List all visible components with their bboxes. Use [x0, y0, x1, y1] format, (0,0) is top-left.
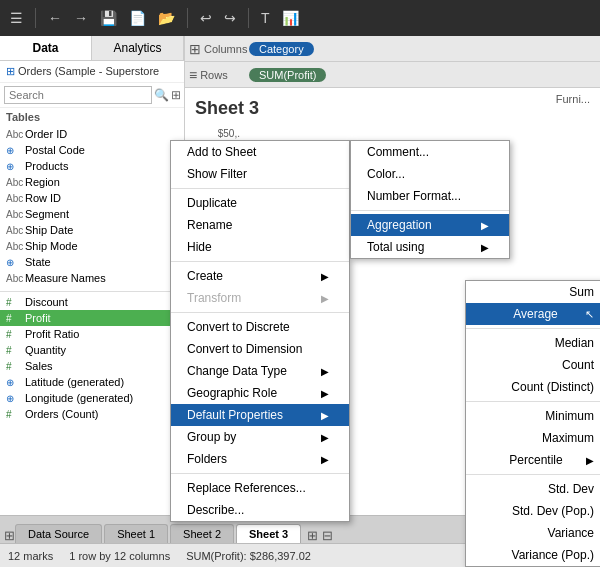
- submenu2-item-std.-dev-pop.-[interactable]: Std. Dev (Pop.): [466, 500, 600, 522]
- radio-indicator: [478, 434, 486, 442]
- submenu2-item-label: Minimum: [545, 409, 594, 423]
- menu-item-label: Describe...: [187, 503, 244, 517]
- submenu2-item-label: Median: [555, 336, 594, 350]
- submenu2-item-label: Variance: [548, 526, 594, 540]
- radio-indicator: [478, 529, 486, 537]
- radio-indicator: [478, 383, 486, 391]
- radio-indicator: [478, 507, 486, 515]
- submenu1-arrow-icon: ▶: [481, 220, 489, 231]
- menu-item-convert-to-dimension[interactable]: Convert to Dimension: [171, 338, 349, 360]
- submenu2-item-label: Maximum: [542, 431, 594, 445]
- menu-arrow-icon: ▶: [321, 293, 329, 304]
- submenu2-item-percentile[interactable]: Percentile▶: [466, 449, 600, 471]
- radio-indicator: [478, 339, 486, 347]
- submenu2-item-maximum[interactable]: Maximum: [466, 427, 600, 449]
- menu-sep-2: [171, 188, 349, 189]
- submenu1-item-total-using[interactable]: Total using▶: [351, 236, 509, 258]
- submenu2-item-label: Std. Dev (Pop.): [512, 504, 594, 518]
- menu-item-change-data-type[interactable]: Change Data Type▶: [171, 360, 349, 382]
- submenu-default-props: Comment...Color...Number Format...Aggreg…: [350, 140, 510, 259]
- submenu2-item-variance-pop.-[interactable]: Variance (Pop.): [466, 544, 600, 566]
- submenu1-arrow-icon: ▶: [481, 242, 489, 253]
- radio-indicator: [478, 456, 486, 464]
- menu-arrow-icon: ▶: [321, 432, 329, 443]
- menu-arrow-icon: ▶: [321, 454, 329, 465]
- submenu-aggregation: SumAverage ↖MedianCountCount (Distinct)M…: [465, 280, 600, 567]
- menu-arrow-icon: ▶: [321, 410, 329, 421]
- submenu2-item-label: Std. Dev: [548, 482, 594, 496]
- submenu1-sep-3: [351, 210, 509, 211]
- menu-item-label: Convert to Dimension: [187, 342, 302, 356]
- submenu1-item-label: Comment...: [367, 145, 429, 159]
- menu-item-duplicate[interactable]: Duplicate: [171, 192, 349, 214]
- menu-item-rename[interactable]: Rename: [171, 214, 349, 236]
- submenu2-sep-6: [466, 401, 600, 402]
- menu-arrow-icon: ▶: [321, 366, 329, 377]
- submenu1-item-label: Number Format...: [367, 189, 461, 203]
- menu-item-label: Hide: [187, 240, 212, 254]
- menu-item-label: Replace References...: [187, 481, 306, 495]
- submenu1-item-label: Color...: [367, 167, 405, 181]
- submenu2-item-median[interactable]: Median: [466, 332, 600, 354]
- menu-item-label: Add to Sheet: [187, 145, 256, 159]
- menu-item-group-by[interactable]: Group by▶: [171, 426, 349, 448]
- radio-indicator: [478, 361, 486, 369]
- context-menu: Add to SheetShow FilterDuplicateRenameHi…: [170, 140, 350, 522]
- radio-indicator: [478, 288, 486, 296]
- submenu2-item-average[interactable]: Average ↖: [466, 303, 600, 325]
- radio-indicator: [478, 310, 486, 318]
- menu-item-default-properties[interactable]: Default Properties▶: [171, 404, 349, 426]
- submenu2-item-variance[interactable]: Variance: [466, 522, 600, 544]
- radio-indicator: [478, 551, 486, 559]
- submenu1-item-color[interactable]: Color...: [351, 163, 509, 185]
- submenu2-item-count[interactable]: Count: [466, 354, 600, 376]
- menu-overlay: Add to SheetShow FilterDuplicateRenameHi…: [0, 0, 600, 567]
- menu-item-describe[interactable]: Describe...: [171, 499, 349, 521]
- submenu1-item-number-format[interactable]: Number Format...: [351, 185, 509, 207]
- cursor-icon: ↖: [585, 308, 594, 321]
- submenu2-item-count-distinct-[interactable]: Count (Distinct): [466, 376, 600, 398]
- menu-item-transform: Transform▶: [171, 287, 349, 309]
- menu-item-label: Change Data Type: [187, 364, 287, 378]
- menu-item-geographic-role[interactable]: Geographic Role▶: [171, 382, 349, 404]
- menu-item-add-to-sheet[interactable]: Add to Sheet: [171, 141, 349, 163]
- submenu2-item-label: Average: [513, 307, 557, 321]
- submenu2-item-label: Count (Distinct): [511, 380, 594, 394]
- submenu2-item-std.-dev[interactable]: Std. Dev: [466, 478, 600, 500]
- submenu2-item-label: Percentile: [509, 453, 562, 467]
- menu-arrow-icon: ▶: [321, 271, 329, 282]
- menu-item-label: Duplicate: [187, 196, 237, 210]
- radio-indicator: [478, 412, 486, 420]
- menu-item-label: Folders: [187, 452, 227, 466]
- menu-item-hide[interactable]: Hide: [171, 236, 349, 258]
- submenu2-item-label: Variance (Pop.): [512, 548, 594, 562]
- submenu2-item-sum[interactable]: Sum: [466, 281, 600, 303]
- submenu1-item-label: Aggregation: [367, 218, 432, 232]
- submenu2-item-label: Sum: [569, 285, 594, 299]
- menu-item-folders[interactable]: Folders▶: [171, 448, 349, 470]
- submenu2-arrow-icon: ▶: [586, 455, 594, 466]
- menu-sep-6: [171, 261, 349, 262]
- submenu1-item-comment[interactable]: Comment...: [351, 141, 509, 163]
- menu-item-convert-to-discrete[interactable]: Convert to Discrete: [171, 316, 349, 338]
- menu-item-label: Geographic Role: [187, 386, 277, 400]
- menu-arrow-icon: ▶: [321, 388, 329, 399]
- menu-sep-17: [171, 473, 349, 474]
- submenu2-item-minimum[interactable]: Minimum: [466, 405, 600, 427]
- menu-item-create[interactable]: Create▶: [171, 265, 349, 287]
- menu-sep-9: [171, 312, 349, 313]
- menu-item-label: Rename: [187, 218, 232, 232]
- submenu2-sep-2: [466, 328, 600, 329]
- menu-item-label: Create: [187, 269, 223, 283]
- menu-item-label: Default Properties: [187, 408, 283, 422]
- submenu2-item-label: Count: [562, 358, 594, 372]
- submenu1-item-label: Total using: [367, 240, 424, 254]
- menu-item-label: Convert to Discrete: [187, 320, 290, 334]
- submenu1-item-aggregation[interactable]: Aggregation▶: [351, 214, 509, 236]
- menu-item-label: Transform: [187, 291, 241, 305]
- menu-item-label: Show Filter: [187, 167, 247, 181]
- menu-item-show-filter[interactable]: Show Filter: [171, 163, 349, 185]
- menu-item-replace-references[interactable]: Replace References...: [171, 477, 349, 499]
- menu-item-label: Group by: [187, 430, 236, 444]
- submenu2-sep-10: [466, 474, 600, 475]
